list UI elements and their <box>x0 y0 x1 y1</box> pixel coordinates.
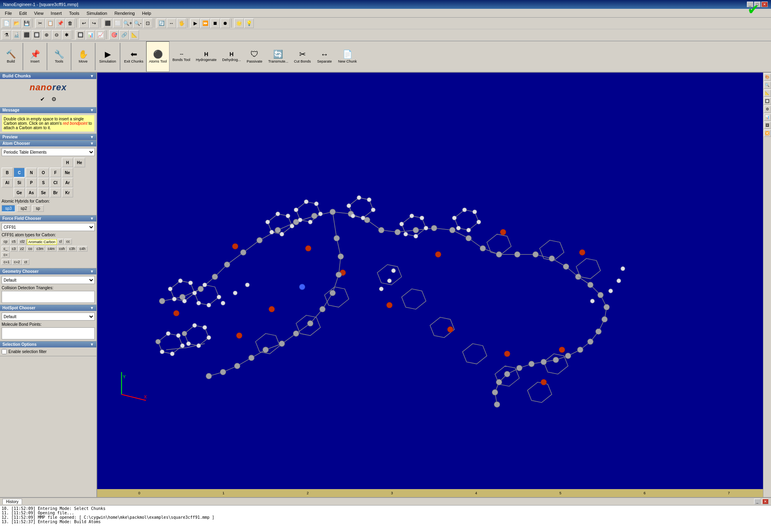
selection-header[interactable]: Selection Options ▼ <box>0 341 96 347</box>
forcefield-header[interactable]: Force Field Chooser ▼ <box>0 215 96 221</box>
element-As[interactable]: As <box>26 188 37 197</box>
tb-rotate[interactable]: 🔄 <box>157 18 166 28</box>
atom-type-cc[interactable]: cc <box>64 239 72 244</box>
tb-r8[interactable]: 🔲 <box>75 30 85 40</box>
tb-paste[interactable]: 📌 <box>55 18 65 28</box>
separate-button[interactable]: ↔ Separate <box>314 41 335 72</box>
atom-type-c5[interactable]: c5 <box>10 239 18 244</box>
geometry-collapse[interactable]: ▼ <box>90 269 94 274</box>
cut-bonds-button[interactable]: ✂ Cut Bonds <box>291 41 314 72</box>
mode-tools-button[interactable]: 🔧 Tools <box>48 41 70 72</box>
tb-r5[interactable]: ⊕ <box>42 30 51 40</box>
tb-sim2[interactable]: ⏩ <box>200 18 210 28</box>
preview-section-header[interactable]: Preview ▼ <box>0 134 96 140</box>
geometry-dropdown[interactable]: Default <box>2 276 95 284</box>
menu-edit[interactable]: Edit <box>16 10 30 16</box>
sidebar-angle-btn[interactable]: 📐 <box>764 89 771 97</box>
bond-points-input[interactable] <box>2 327 95 339</box>
sidebar-zoom-btn[interactable]: 🔍 <box>764 81 771 89</box>
tb-sim3[interactable]: ⏹ <box>210 18 220 28</box>
bonds-tool-button[interactable]: ╌ Bonds Tool <box>169 41 193 72</box>
tb-translate[interactable]: ↔ <box>167 18 176 28</box>
atom-chooser-header[interactable]: Atom Chooser ▼ <box>0 140 96 146</box>
element-Si[interactable]: Si <box>14 178 25 187</box>
hybrid-sp[interactable]: sp <box>32 205 44 212</box>
sidebar-random-btn[interactable]: 🔀 <box>764 130 771 137</box>
viewport[interactable]: Y X 0 1 2 3 4 5 6 7 🎨 <box>97 73 771 497</box>
tb-pan[interactable]: 🖐 <box>177 18 186 28</box>
atom-type-ceq1[interactable]: c=1 <box>2 259 12 265</box>
tb-r1[interactable]: ⚗ <box>2 30 11 40</box>
hotspot-header[interactable]: HotSpot Chooser ▼ <box>0 305 96 311</box>
transmute-button[interactable]: 🔄 Transmute... <box>265 41 291 72</box>
dehydrogenate-button[interactable]: H Dehydrog... <box>219 41 244 72</box>
sidebar-image-btn[interactable]: 🖼 <box>764 122 771 129</box>
element-O[interactable]: O <box>38 168 49 177</box>
element-H[interactable]: H <box>62 158 73 167</box>
element-Ge[interactable]: Ge <box>14 188 25 197</box>
atom-type-coh[interactable]: coh <box>57 246 67 252</box>
tb-delete[interactable]: 🗑 <box>65 18 75 28</box>
element-F[interactable]: F <box>50 168 61 177</box>
tb-undo[interactable]: ↩ <box>79 18 89 28</box>
tb-render2[interactable]: 💡 <box>244 18 254 28</box>
tb-zoom-out[interactable]: 🔍- <box>133 18 143 28</box>
atom-type-ceq2[interactable]: c=2 <box>12 259 22 265</box>
exit-chunks-button[interactable]: ⬅ Exit Chunks <box>121 41 146 72</box>
sidebar-chart-btn[interactable]: 📊 <box>764 114 771 121</box>
menu-view[interactable]: View <box>31 10 47 16</box>
mode-simulation-button[interactable]: ▶ Simulation <box>96 41 119 72</box>
sidebar-paint-btn[interactable]: 🎨 <box>764 73 771 81</box>
element-C[interactable]: C <box>14 168 25 177</box>
hybrid-sp3[interactable]: sp3 <box>2 205 15 212</box>
sidebar-box-btn[interactable]: 🔲 <box>764 97 771 105</box>
tb-redo[interactable]: ↪ <box>89 18 99 28</box>
close-button[interactable]: ✕ <box>761 2 768 7</box>
atom-type-cl2[interactable]: cl2 <box>18 239 27 244</box>
hydrogenate-button[interactable]: H Hydrogenate <box>193 41 220 72</box>
element-Ne[interactable]: Ne <box>62 168 73 177</box>
geometry-header[interactable]: Geometry Chooser ▼ <box>0 268 96 274</box>
element-N[interactable]: N <box>26 168 37 177</box>
reports-minimize[interactable]: _ <box>754 499 761 504</box>
hotspot-dropdown[interactable]: Default <box>2 313 95 321</box>
atom-type-c4m[interactable]: c4m <box>46 246 57 252</box>
triangles-input[interactable] <box>2 291 95 303</box>
selection-collapse[interactable]: ▼ <box>90 342 94 347</box>
tb-select-none[interactable]: ⬜ <box>113 18 122 28</box>
tb-r13[interactable]: 📐 <box>129 30 139 40</box>
reports-close[interactable]: ✕ <box>762 499 769 504</box>
tb-r11[interactable]: 🎯 <box>109 30 119 40</box>
element-dropdown[interactable]: Periodic Table Elements <box>2 148 95 156</box>
tb-r7[interactable]: ✱ <box>62 30 71 40</box>
atom-type-ceq[interactable]: c= <box>2 252 10 258</box>
menu-rendering[interactable]: Rendering <box>111 10 138 16</box>
hybrid-sp2[interactable]: sp2 <box>17 205 31 212</box>
logo-badge-check[interactable]: ✔ <box>38 94 47 104</box>
atom-type-c3m[interactable]: c3m <box>35 246 45 252</box>
tb-r4[interactable]: 🔲 <box>32 30 41 40</box>
atom-type-c4h[interactable]: c4h <box>78 246 88 252</box>
forcefield-dropdown[interactable]: CFF91 <box>2 223 95 231</box>
forcefield-collapse[interactable]: ▼ <box>90 216 94 221</box>
element-He[interactable]: He <box>74 158 85 167</box>
tb-r2[interactable]: 🔬 <box>12 30 21 40</box>
atom-type-cl[interactable]: cl <box>57 239 64 244</box>
message-section-header[interactable]: Message ▼ <box>0 107 96 113</box>
element-B[interactable]: B <box>2 168 13 177</box>
menu-help[interactable]: Help <box>139 10 155 16</box>
menu-simulation[interactable]: Simulation <box>84 10 110 16</box>
element-Al[interactable]: Al <box>2 178 13 187</box>
menu-tools[interactable]: Tools <box>66 10 83 16</box>
mode-insert-button[interactable]: 📌 Insert <box>24 41 46 72</box>
logo-badge-settings[interactable]: ⚙ <box>49 94 59 104</box>
new-chunk-button[interactable]: 📄 New Chunk <box>335 41 360 72</box>
atom-chooser-collapse[interactable]: ▼ <box>90 141 94 146</box>
menu-file[interactable]: File <box>2 10 15 16</box>
tb-r3[interactable]: ⬛ <box>22 30 31 40</box>
atom-type-c3h[interactable]: c3h <box>67 246 78 252</box>
atom-type-ct[interactable]: ct <box>22 259 29 265</box>
passivate-button[interactable]: 🛡 Passivate <box>244 41 265 72</box>
tb-r9[interactable]: 📊 <box>86 30 95 40</box>
element-Ar[interactable]: Ar <box>62 178 73 187</box>
